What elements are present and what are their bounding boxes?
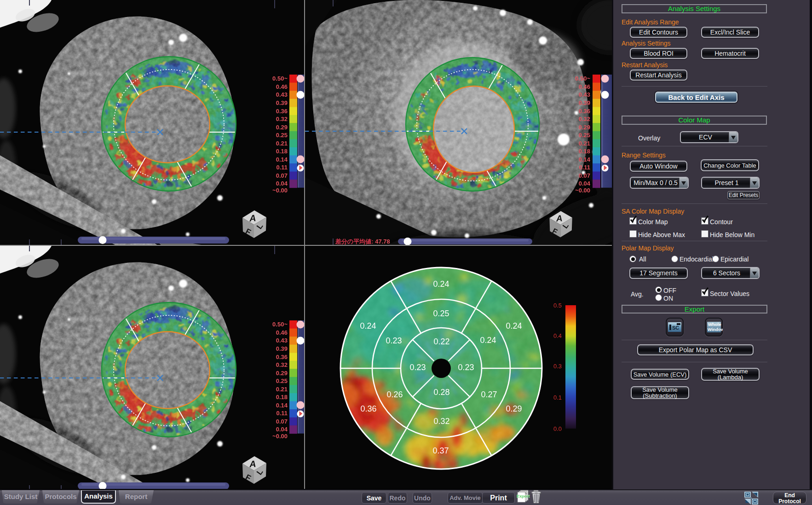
svg-text:0.21: 0.21 bbox=[276, 386, 288, 393]
svg-text:0.14: 0.14 bbox=[579, 156, 591, 163]
svg-text:0.11: 0.11 bbox=[276, 410, 288, 417]
svg-text:0.14: 0.14 bbox=[276, 156, 288, 163]
svg-text:0.24: 0.24 bbox=[506, 321, 522, 331]
svg-text:0.29: 0.29 bbox=[579, 124, 590, 131]
svg-text:0.25: 0.25 bbox=[433, 309, 449, 318]
svg-text:0.07: 0.07 bbox=[276, 418, 288, 425]
svg-text:0.04: 0.04 bbox=[579, 180, 591, 187]
svg-text:0.29: 0.29 bbox=[506, 404, 522, 413]
svg-text:0.5: 0.5 bbox=[553, 302, 562, 309]
svg-text:0.25: 0.25 bbox=[276, 132, 288, 139]
svg-text:0.22: 0.22 bbox=[433, 337, 449, 346]
svg-text:~0.00: ~0.00 bbox=[272, 187, 288, 194]
svg-text:0.36: 0.36 bbox=[360, 404, 376, 413]
svg-text:0.21: 0.21 bbox=[579, 140, 590, 147]
svg-text:Whole: Whole bbox=[708, 322, 721, 327]
svg-text:0.18: 0.18 bbox=[276, 394, 288, 401]
svg-text:0.24: 0.24 bbox=[433, 279, 449, 289]
svg-text:A: A bbox=[248, 459, 256, 469]
svg-text:差分の平均値: 47.78: 差分の平均値: 47.78 bbox=[335, 238, 390, 245]
svg-text:0.39: 0.39 bbox=[276, 345, 288, 352]
svg-text:0.37: 0.37 bbox=[432, 446, 449, 455]
svg-text:0.11: 0.11 bbox=[579, 164, 590, 171]
svg-text:0.4: 0.4 bbox=[553, 332, 562, 339]
svg-text:0.0: 0.0 bbox=[553, 425, 562, 432]
svg-text:A: A bbox=[555, 213, 563, 223]
svg-text:0.39: 0.39 bbox=[276, 99, 288, 106]
svg-text:0.18: 0.18 bbox=[276, 148, 288, 155]
svg-text:0.25: 0.25 bbox=[579, 132, 590, 139]
svg-text:0.29: 0.29 bbox=[276, 124, 288, 131]
svg-text:0.32: 0.32 bbox=[276, 361, 288, 368]
svg-text:0.23: 0.23 bbox=[409, 363, 426, 372]
svg-text:0.46: 0.46 bbox=[579, 83, 590, 90]
svg-text:0.50~: 0.50~ bbox=[575, 75, 590, 82]
svg-text:0.18: 0.18 bbox=[579, 148, 590, 155]
svg-text:0.07: 0.07 bbox=[579, 172, 590, 179]
svg-text:0.04: 0.04 bbox=[276, 426, 288, 433]
svg-text:0.27: 0.27 bbox=[481, 390, 497, 399]
svg-text:Window: Window bbox=[708, 327, 723, 332]
svg-text:0.21: 0.21 bbox=[276, 140, 288, 147]
svg-text:0.43: 0.43 bbox=[276, 91, 288, 98]
svg-text:0.32: 0.32 bbox=[579, 116, 590, 122]
svg-text:0.24: 0.24 bbox=[480, 336, 496, 345]
svg-text:0.29: 0.29 bbox=[276, 370, 288, 377]
svg-text:0.04: 0.04 bbox=[276, 180, 288, 187]
svg-text:0.23: 0.23 bbox=[386, 336, 402, 345]
svg-text:~0.00: ~0.00 bbox=[272, 433, 288, 440]
svg-text:0.36: 0.36 bbox=[579, 108, 590, 115]
svg-text:0.11: 0.11 bbox=[276, 164, 288, 171]
svg-text:0.36: 0.36 bbox=[276, 108, 288, 115]
svg-text:0.32: 0.32 bbox=[433, 417, 449, 426]
svg-text:0.3: 0.3 bbox=[553, 363, 562, 370]
svg-text:0.50~: 0.50~ bbox=[272, 75, 288, 82]
svg-text:0.46: 0.46 bbox=[276, 329, 288, 336]
svg-text:0.43: 0.43 bbox=[276, 337, 288, 344]
svg-text:0.39: 0.39 bbox=[579, 99, 590, 106]
svg-text:~0.00: ~0.00 bbox=[575, 187, 590, 194]
svg-text:Export: Export bbox=[517, 494, 530, 499]
svg-text:0.26: 0.26 bbox=[386, 390, 403, 399]
svg-text:0.23: 0.23 bbox=[458, 363, 474, 372]
svg-text:0.32: 0.32 bbox=[276, 116, 288, 122]
svg-text:0.1: 0.1 bbox=[553, 394, 562, 401]
svg-text:SC: SC bbox=[672, 325, 679, 331]
svg-text:0.50~: 0.50~ bbox=[272, 321, 288, 328]
svg-text:0.36: 0.36 bbox=[276, 354, 288, 360]
svg-text:0.24: 0.24 bbox=[360, 321, 376, 331]
svg-text:0.25: 0.25 bbox=[276, 377, 288, 384]
svg-text:0.14: 0.14 bbox=[276, 402, 288, 409]
svg-text:0.07: 0.07 bbox=[276, 172, 288, 179]
svg-text:0.46: 0.46 bbox=[276, 83, 288, 90]
svg-text:0.28: 0.28 bbox=[433, 388, 449, 397]
svg-text:A: A bbox=[248, 213, 256, 223]
svg-text:0.43: 0.43 bbox=[579, 91, 590, 98]
